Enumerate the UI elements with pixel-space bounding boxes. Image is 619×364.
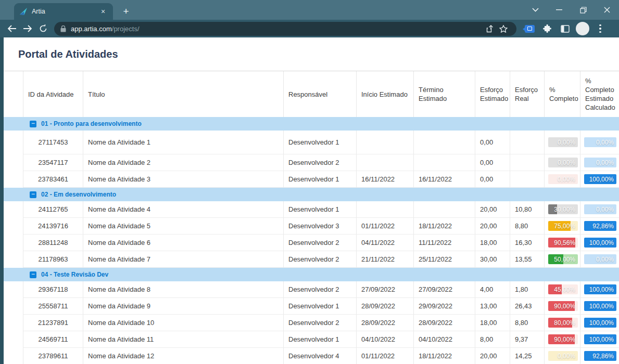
table-row[interactable]: 24112765 Nome da Atividade 4 Desenvolved… bbox=[4, 201, 619, 218]
toolbar-right-icons bbox=[522, 21, 608, 36]
progress-badge: 75,00% bbox=[548, 221, 578, 231]
table-row[interactable]: 21178963 Nome da Atividade 7 Desenvolved… bbox=[4, 251, 619, 268]
cell-pct-completo: 90,00% bbox=[545, 298, 580, 315]
cell-activity-title[interactable]: Nome da Atividade 12 bbox=[83, 348, 284, 364]
cell-activity-title[interactable]: Nome da Atividade 5 bbox=[83, 218, 284, 235]
browser-menu-kebab-icon[interactable] bbox=[592, 21, 608, 36]
group-row[interactable]: − 02 - Em desenvolvimento bbox=[4, 188, 619, 201]
table-row[interactable]: 29367118 Nome da Atividade 8 Desenvolved… bbox=[4, 281, 619, 298]
column-header-spacer[interactable] bbox=[4, 71, 23, 117]
calc-badge: 0,00% bbox=[584, 254, 616, 264]
cell-responsavel: Desenvolvedor 2 bbox=[284, 154, 357, 171]
table-row[interactable]: 23547117 Nome da Atividade 2 Desenvolved… bbox=[4, 154, 619, 171]
back-button-icon[interactable] bbox=[4, 21, 20, 36]
cell-activity-id: 25558711 bbox=[23, 298, 83, 315]
cell-responsavel: Desenvolvedor 1 bbox=[284, 298, 357, 315]
calc-badge: 92,86% bbox=[584, 221, 616, 231]
collapse-group-icon[interactable]: − bbox=[30, 121, 36, 127]
cell-esforco-real bbox=[510, 171, 545, 188]
cell-activity-id: 23783461 bbox=[23, 171, 83, 188]
table-row[interactable]: 25558711 Nome da Atividade 9 Desenvolved… bbox=[4, 298, 619, 315]
cell-activity-title[interactable]: Nome da Atividade 11 bbox=[83, 331, 284, 348]
progress-badge: 30,00% bbox=[548, 204, 578, 214]
cell-activity-title[interactable]: Nome da Atividade 1 bbox=[83, 131, 284, 154]
reload-button-icon[interactable] bbox=[35, 21, 51, 36]
extension-badge-icon[interactable] bbox=[522, 21, 537, 36]
cell-responsavel: Desenvolvedor 2 bbox=[284, 251, 357, 268]
cell-inicio-estimado bbox=[357, 201, 414, 218]
progress-badge: 90,00% bbox=[548, 301, 578, 311]
calc-badge: 100,00% bbox=[584, 318, 616, 328]
progress-badge: 45,00% bbox=[548, 284, 578, 294]
table-row[interactable]: 23783461 Nome da Atividade 3 Desenvolved… bbox=[4, 171, 619, 188]
cell-termino-estimado bbox=[414, 201, 475, 218]
table-row[interactable]: 24139716 Nome da Atividade 5 Desenvolved… bbox=[4, 218, 619, 235]
table-row[interactable]: 23789611 Nome da Atividade 12 Desenvolve… bbox=[4, 348, 619, 364]
cell-activity-title[interactable]: Nome da Atividade 9 bbox=[83, 298, 284, 315]
column-header-responsavel[interactable]: Responsável bbox=[284, 71, 357, 117]
new-tab-button[interactable]: + bbox=[119, 4, 133, 19]
column-header-pct-completo[interactable]: % Completo bbox=[545, 71, 580, 117]
cell-activity-title[interactable]: Nome da Atividade 8 bbox=[83, 281, 284, 298]
column-header-titulo[interactable]: Título bbox=[83, 71, 284, 117]
window-close-button[interactable] bbox=[595, 0, 619, 20]
cell-activity-title[interactable]: Nome da Atividade 7 bbox=[83, 251, 284, 268]
column-header-pct-completo-estimado-calculado[interactable]: % Completo Estimado Calculado bbox=[580, 71, 619, 117]
collapse-group-icon[interactable]: − bbox=[30, 271, 36, 278]
row-spacer-cell bbox=[4, 201, 23, 218]
table-row[interactable]: 27117453 Nome da Atividade 1 Desenvolved… bbox=[4, 131, 619, 154]
cell-pct-completo: 80,00% bbox=[545, 315, 580, 331]
cell-responsavel: Desenvolvedor 1 bbox=[284, 171, 357, 188]
column-header-esforco-real[interactable]: Esforço Real bbox=[510, 71, 545, 117]
tab-close-icon[interactable]: × bbox=[98, 7, 108, 16]
group-row[interactable]: − 01 - Pronto para desenvolvimento bbox=[4, 117, 619, 131]
column-header-esforco-estimado[interactable]: Esforço Estimado bbox=[475, 71, 510, 117]
column-header-inicio-estimado[interactable]: Início Estimado bbox=[357, 71, 414, 117]
cell-responsavel: Desenvolvedor 1 bbox=[284, 201, 357, 218]
address-bar[interactable]: app.artia.com/projects/ bbox=[54, 22, 516, 36]
table-row[interactable]: 24569711 Nome da Atividade 11 Desenvolve… bbox=[4, 331, 619, 348]
row-spacer-cell bbox=[4, 218, 23, 235]
forward-button-icon[interactable] bbox=[20, 21, 35, 36]
cell-pct-completo: 0,00% bbox=[545, 348, 580, 364]
calc-badge: 100,00% bbox=[584, 301, 616, 311]
tab-search-chevron-icon[interactable] bbox=[523, 0, 547, 20]
cell-pct-completo-calculado: 100,00% bbox=[580, 315, 619, 331]
cell-esforco-real bbox=[510, 131, 545, 154]
cell-esforco-real: 9,37 bbox=[510, 331, 545, 348]
calc-badge: 100,00% bbox=[584, 174, 616, 184]
cell-activity-title[interactable]: Nome da Atividade 6 bbox=[83, 235, 284, 251]
cell-pct-completo: 50,00% bbox=[545, 251, 580, 268]
cell-pct-completo: 0,00% bbox=[545, 131, 580, 154]
window-minimize-button[interactable] bbox=[547, 0, 571, 20]
profile-avatar[interactable] bbox=[575, 21, 590, 36]
column-header-id-atividade[interactable]: ID da Atividade bbox=[23, 71, 83, 117]
group-row[interactable]: − 04 - Teste Revisão Dev bbox=[4, 268, 619, 281]
bookmark-star-icon[interactable] bbox=[497, 22, 510, 35]
side-panel-icon[interactable] bbox=[557, 21, 573, 36]
calc-badge: 0,00% bbox=[584, 137, 616, 147]
cell-esforco-estimado: 20,00 bbox=[475, 348, 510, 364]
extensions-puzzle-icon[interactable] bbox=[539, 21, 555, 36]
table-row[interactable]: 21237891 Nome da Atividade 10 Desenvolve… bbox=[4, 315, 619, 331]
lock-icon bbox=[60, 25, 66, 32]
calc-badge: 100,00% bbox=[584, 284, 616, 294]
table-row[interactable]: 28811248 Nome da Atividade 6 Desenvolved… bbox=[4, 235, 619, 251]
calc-badge: 100,00% bbox=[584, 238, 616, 248]
cell-activity-title[interactable]: Nome da Atividade 2 bbox=[83, 154, 284, 171]
cell-activity-title[interactable]: Nome da Atividade 4 bbox=[83, 201, 284, 218]
collapse-group-icon[interactable]: − bbox=[30, 191, 36, 198]
cell-termino-estimado: 25/11/2022 bbox=[414, 251, 475, 268]
window-restore-button[interactable] bbox=[571, 0, 595, 20]
cell-activity-title[interactable]: Nome da Atividade 10 bbox=[83, 315, 284, 331]
share-icon[interactable] bbox=[483, 22, 497, 35]
cell-activity-title[interactable]: Nome da Atividade 3 bbox=[83, 171, 284, 188]
row-spacer-cell bbox=[4, 154, 23, 171]
cell-pct-completo-calculado: 100,00% bbox=[580, 331, 619, 348]
column-header-termino-estimado[interactable]: Término Estimado bbox=[414, 71, 475, 117]
cell-pct-completo-calculado: 92,86% bbox=[580, 218, 619, 235]
cell-inicio-estimado: 16/11/2022 bbox=[357, 171, 414, 188]
cell-responsavel: Desenvolvedor 2 bbox=[284, 281, 357, 298]
browser-tab-artia[interactable]: Artia × bbox=[14, 3, 113, 20]
row-spacer-cell bbox=[4, 131, 23, 154]
